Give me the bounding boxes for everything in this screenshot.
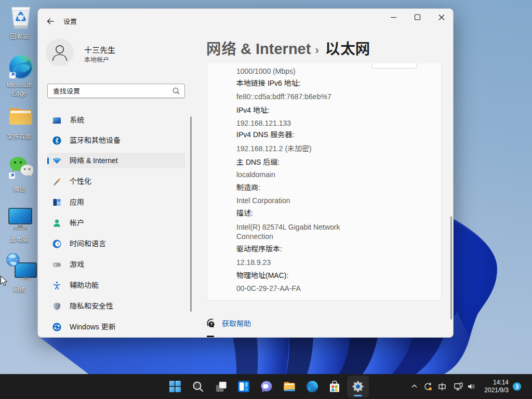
svg-text:?: ?: [210, 322, 213, 327]
